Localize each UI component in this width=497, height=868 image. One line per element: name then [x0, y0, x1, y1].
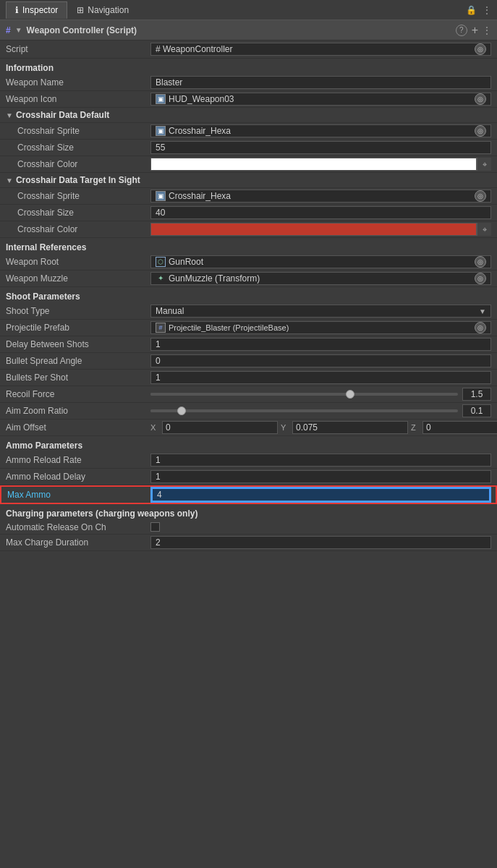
projectile-prefab-value: # Projectile_Blaster (ProjectileBase) ◎ — [150, 321, 491, 334]
crosshair-default-size-input[interactable] — [150, 141, 491, 154]
auto-release-checkbox[interactable] — [150, 522, 160, 532]
collapse-arrow-default: ▼ — [6, 111, 13, 119]
max-ammo-input[interactable] — [152, 488, 490, 501]
weapon-icon-label: Weapon Icon — [6, 94, 150, 104]
section-information-label: Information — [6, 63, 54, 73]
max-ammo-row: Max Ammo — [0, 485, 497, 504]
delay-shots-input[interactable] — [150, 338, 491, 351]
crosshair-default-color-field[interactable] — [150, 158, 477, 171]
recoil-force-row: Recoil Force — [0, 386, 497, 403]
weapon-muzzle-btn[interactable]: ◎ — [475, 273, 486, 284]
recoil-force-label: Recoil Force — [6, 389, 150, 399]
aim-offset-z-input[interactable] — [422, 421, 497, 434]
recoil-force-slider-row — [150, 388, 491, 401]
aim-offset-xyz: X Y Z — [150, 421, 497, 434]
crosshair-target-color-row: Crosshair Color ⌖ — [0, 221, 497, 238]
crosshair-default-color-swatch — [151, 158, 476, 170]
recoil-force-input[interactable] — [462, 388, 491, 401]
bullets-per-shot-input[interactable] — [150, 371, 491, 384]
crosshair-default-sprite-btn[interactable]: ◎ — [475, 125, 486, 137]
projectile-prefab-text: Projectile_Blaster (ProjectileBase) — [169, 323, 472, 332]
eyedropper-btn-default[interactable]: ⌖ — [477, 158, 491, 171]
shoot-type-dropdown[interactable]: Manual ▼ — [150, 305, 491, 318]
crosshair-target-sprite-row: Crosshair Sprite ▣ Crosshair_Hexa ◎ — [0, 188, 497, 205]
tab-inspector[interactable]: ℹ Inspector — [6, 1, 67, 19]
crosshair-default-sprite-row: Crosshair Sprite ▣ Crosshair_Hexa ◎ — [0, 123, 497, 140]
aim-offset-y-label: Y — [281, 423, 289, 432]
recoil-force-value — [150, 388, 491, 401]
weapon-name-input[interactable] — [150, 76, 491, 89]
recoil-force-thumb[interactable] — [346, 390, 354, 399]
aim-zoom-track[interactable] — [150, 409, 458, 412]
crosshair-default-collapse[interactable]: ▼ Crosshair Data Default — [0, 108, 497, 123]
crosshair-default-sprite-label: Crosshair Sprite — [6, 126, 150, 136]
crosshair-target-sprite-btn[interactable]: ◎ — [475, 190, 486, 202]
collapse-arrow-target: ▼ — [6, 176, 13, 184]
tab-navigation[interactable]: ⊞ Navigation — [67, 1, 138, 19]
weapon-muzzle-text: GunMuzzle (Transform) — [169, 273, 472, 284]
crosshair-target-size-input[interactable] — [150, 206, 491, 219]
aim-offset-x-label: X — [150, 423, 159, 432]
aim-offset-x-input[interactable] — [162, 421, 278, 434]
shoot-type-text: Manual — [156, 306, 184, 316]
weapon-name-value — [150, 76, 491, 89]
crosshair-sprite-icon: ▣ — [156, 126, 166, 136]
weapon-muzzle-field[interactable]: ✦ GunMuzzle (Transform) ◎ — [150, 272, 491, 285]
ammo-reload-rate-row: Ammo Reload Rate — [0, 452, 497, 469]
script-circle-btn[interactable]: ◎ — [475, 43, 486, 55]
crosshair-default-sprite-field[interactable]: ▣ Crosshair_Hexa ◎ — [150, 124, 491, 137]
projectile-prefab-icon: # — [156, 323, 166, 333]
recoil-force-track[interactable] — [150, 393, 458, 396]
crosshair-default-label: Crosshair Data Default — [16, 110, 109, 120]
projectile-prefab-btn[interactable]: ◎ — [475, 322, 486, 333]
crosshair-target-color-field[interactable] — [150, 223, 477, 236]
delay-shots-row: Delay Between Shots — [0, 336, 497, 353]
weapon-icon-text: HUD_Weapon03 — [169, 94, 472, 104]
aim-zoom-value — [150, 404, 491, 417]
crosshair-default-sprite-value: ▣ Crosshair_Hexa ◎ — [150, 124, 491, 137]
weapon-icon-circle-btn[interactable]: ◎ — [475, 93, 486, 105]
aim-zoom-input[interactable] — [462, 404, 491, 417]
weapon-muzzle-icon: ✦ — [156, 273, 166, 284]
aim-zoom-label: Aim Zoom Ratio — [6, 406, 150, 416]
projectile-prefab-field[interactable]: # Projectile_Blaster (ProjectileBase) ◎ — [150, 321, 491, 334]
options-icon[interactable]: ⋮ — [483, 25, 491, 35]
max-charge-duration-input[interactable] — [150, 536, 491, 549]
ammo-reload-rate-input[interactable] — [150, 454, 491, 467]
add-icon[interactable]: + — [472, 24, 478, 37]
navigation-icon: ⊞ — [77, 5, 84, 15]
ammo-reload-delay-input[interactable] — [150, 470, 491, 483]
aim-offset-y-input[interactable] — [292, 421, 408, 434]
eyedropper-btn-target[interactable]: ⌖ — [477, 223, 491, 236]
max-ammo-value — [152, 488, 490, 501]
inspector-icon: ℹ — [15, 5, 19, 15]
section-internal-refs-label: Internal References — [6, 242, 86, 252]
lock-icon[interactable]: 🔒 — [466, 5, 477, 15]
weapon-root-cube-icon: ⬡ — [156, 257, 166, 267]
more-icon[interactable]: ⋮ — [483, 5, 491, 15]
bullet-spread-input[interactable] — [150, 354, 491, 367]
crosshair-target-collapse[interactable]: ▼ Crosshair Data Target In Sight — [0, 173, 497, 188]
tab-bar-icons: 🔒 ⋮ — [466, 5, 491, 15]
aim-offset-label: Aim Offset — [6, 422, 150, 433]
shoot-type-value: Manual ▼ — [150, 305, 491, 318]
crosshair-default-color-label: Crosshair Color — [6, 159, 150, 169]
script-value: # WeaponController — [156, 44, 472, 54]
section-charging-params: Charging parameters (charging weapons on… — [0, 504, 497, 520]
weapon-root-btn[interactable]: ◎ — [475, 256, 486, 268]
script-field[interactable]: # WeaponController ◎ — [150, 43, 491, 56]
aim-zoom-thumb[interactable] — [177, 407, 186, 415]
crosshair-default-color-row: Crosshair Color ⌖ — [0, 156, 497, 173]
aim-zoom-slider-row — [150, 404, 491, 417]
crosshair-default-size-label: Crosshair Size — [6, 142, 150, 153]
crosshair-target-sprite-field[interactable]: ▣ Crosshair_Hexa ◎ — [150, 190, 491, 203]
shoot-type-label: Shoot Type — [6, 306, 150, 316]
section-shoot-params-label: Shoot Parameters — [6, 292, 80, 302]
delay-shots-label: Delay Between Shots — [6, 339, 150, 349]
help-icon[interactable]: ? — [456, 25, 467, 36]
weapon-root-field[interactable]: ⬡ GunRoot ◎ — [150, 255, 491, 268]
tab-bar: ℹ Inspector ⊞ Navigation 🔒 ⋮ — [0, 0, 497, 20]
weapon-icon-field[interactable]: ▣ HUD_Weapon03 ◎ — [150, 93, 491, 106]
script-row: Script # WeaponController ◎ — [0, 41, 497, 59]
max-charge-duration-value — [150, 536, 491, 549]
